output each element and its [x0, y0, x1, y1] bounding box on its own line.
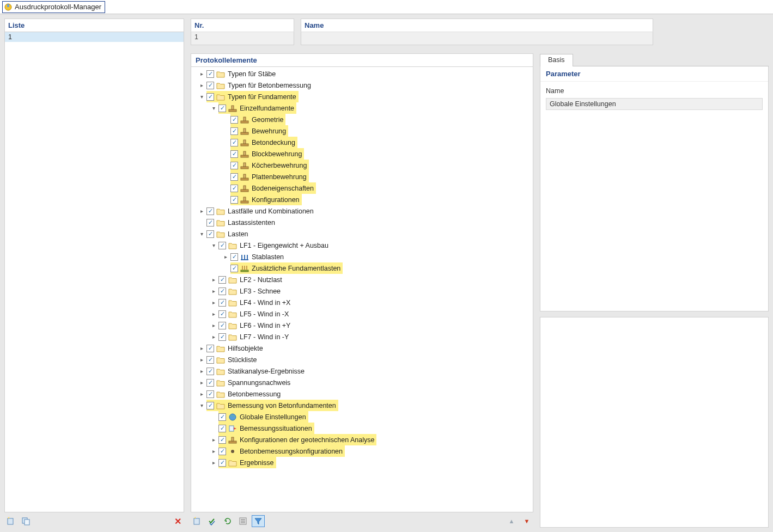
tree-view[interactable]: ▸✓Typen für Stäbe▸✓Typen für Betonbemess…	[191, 67, 533, 512]
tree-row[interactable]: ▸✓Köcherbewehrung	[193, 160, 533, 171]
tree-row[interactable]: ▸✓Bodeneigenschaften	[193, 182, 533, 194]
checkbox[interactable]: ✓	[218, 413, 226, 421]
chevron-right-icon[interactable]: ▸	[198, 368, 205, 375]
chevron-right-icon[interactable]: ▸	[210, 333, 217, 341]
tree-row[interactable]: ▾✓LF1 - Eigengewicht + Ausbau	[193, 240, 533, 251]
tree-row[interactable]: ▸✓LF5 - Wind in -X	[193, 308, 533, 320]
chevron-right-icon[interactable]: ▸	[210, 288, 217, 295]
chevron-right-icon[interactable]: ▸	[222, 253, 229, 261]
chevron-down-icon[interactable]: ▾	[210, 242, 217, 249]
checkbox[interactable]: ✓	[206, 356, 214, 364]
tree-row[interactable]: ▸✓Blockbewehrung	[193, 148, 533, 160]
tree-row[interactable]: ▾✓Typen für Fundamente	[193, 91, 533, 102]
checkbox[interactable]: ✓	[218, 242, 226, 249]
tree-row[interactable]: ▸✓Zusätzliche Fundamentlasten	[193, 262, 533, 274]
new-button[interactable]	[4, 515, 17, 527]
chevron-right-icon[interactable]: ▸	[198, 82, 205, 89]
tab-basis[interactable]: Basis	[540, 54, 573, 66]
chevron-right-icon[interactable]: ▸	[210, 448, 217, 455]
chevron-right-icon[interactable]: ▸	[210, 276, 217, 284]
checkbox[interactable]: ✓	[218, 322, 226, 329]
refresh-button[interactable]	[221, 515, 234, 527]
checkbox[interactable]: ✓	[230, 127, 238, 135]
checkbox[interactable]: ✓	[230, 185, 238, 192]
chevron-right-icon[interactable]: ▸	[198, 356, 205, 364]
checkbox[interactable]: ✓	[218, 436, 226, 444]
chevron-down-icon[interactable]: ▾	[198, 93, 205, 101]
checkbox[interactable]: ✓	[206, 402, 214, 409]
tree-row[interactable]: ▸✓Lastassistenten	[193, 217, 533, 228]
chevron-right-icon[interactable]: ▸	[198, 379, 205, 387]
chevron-right-icon[interactable]: ▸	[210, 310, 217, 318]
list-item[interactable]: 1	[5, 32, 184, 42]
tree-row[interactable]: ▸✓Ergebnisse	[193, 457, 533, 468]
tree-row[interactable]: ▾✓Einzelfundamente	[193, 102, 533, 114]
tree-row[interactable]: ▸✓Stückliste	[193, 354, 533, 365]
tree-row[interactable]: ▸✓Betondeckung	[193, 137, 533, 148]
name-input[interactable]	[301, 32, 653, 45]
checkbox[interactable]: ✓	[206, 368, 214, 375]
chevron-down-icon[interactable]: ▾	[198, 402, 205, 409]
parameter-name-value[interactable]: Globale Einstellungen	[546, 98, 763, 110]
tree-new-button[interactable]	[191, 515, 204, 527]
tree-row[interactable]: ▸✓Typen für Betonbemessung	[193, 80, 533, 91]
nr-input[interactable]: 1	[191, 32, 294, 45]
checkbox[interactable]: ✓	[218, 333, 226, 341]
tree-row[interactable]: ▸✓Lastfälle und Kombinationen	[193, 205, 533, 217]
tree-row[interactable]: ▸✓Typen für Stäbe	[193, 68, 533, 80]
tree-row[interactable]: ▸✓Bewehrung	[193, 125, 533, 137]
checkbox[interactable]: ✓	[218, 459, 226, 467]
tree-row[interactable]: ▸✓LF6 - Wind in +Y	[193, 320, 533, 331]
checkbox[interactable]: ✓	[230, 139, 238, 146]
tree-row[interactable]: ▸✓Statikanalyse-Ergebnisse	[193, 365, 533, 377]
filter-button[interactable]	[252, 515, 265, 527]
tree-row[interactable]: ▸✓LF7 - Wind in -Y	[193, 331, 533, 343]
checkbox[interactable]: ✓	[218, 448, 226, 455]
checkbox[interactable]: ✓	[230, 116, 238, 124]
tree-row[interactable]: ▸✓Globale Einstellungen	[193, 411, 533, 423]
chevron-right-icon[interactable]: ▸	[198, 390, 205, 398]
checkbox[interactable]: ✓	[206, 82, 214, 89]
chevron-down-icon[interactable]: ▾	[210, 105, 217, 112]
tree-row[interactable]: ▸✓Geometrie	[193, 114, 533, 125]
checkbox[interactable]: ✓	[206, 70, 214, 78]
checkbox[interactable]: ✓	[230, 150, 238, 158]
checkbox[interactable]: ✓	[230, 253, 238, 261]
checkbox[interactable]: ✓	[206, 93, 214, 101]
list-box[interactable]: 1	[4, 32, 184, 512]
tree-row[interactable]: ▸✓LF2 - Nutzlast	[193, 274, 533, 285]
move-down-button[interactable]: ▼	[520, 515, 533, 527]
checkbox[interactable]: ✓	[218, 276, 226, 284]
checkbox[interactable]: ✓	[206, 345, 214, 352]
tree-row[interactable]: ▸✓Hilfsobjekte	[193, 343, 533, 354]
tree-row[interactable]: ▾✓Lasten	[193, 228, 533, 240]
chevron-right-icon[interactable]: ▸	[198, 70, 205, 78]
tree-row[interactable]: ▸✓LF4 - Wind in +X	[193, 297, 533, 308]
tree-row[interactable]: ▾✓Bemessung von Betonfundamenten	[193, 400, 533, 411]
tree-row[interactable]: ▸✓LF3 - Schnee	[193, 285, 533, 297]
tree-row[interactable]: ▸✓Stablasten	[193, 251, 533, 262]
tree-row[interactable]: ▸✓Betonbemessung	[193, 388, 533, 400]
tree-row[interactable]: ▸✓Betonbemessungskonfigurationen	[193, 445, 533, 457]
checkbox[interactable]: ✓	[206, 207, 214, 215]
chevron-right-icon[interactable]: ▸	[198, 345, 205, 352]
checkbox[interactable]: ✓	[230, 265, 238, 272]
check-all-button[interactable]	[206, 515, 219, 527]
chevron-right-icon[interactable]: ▸	[210, 322, 217, 329]
checkbox[interactable]: ✓	[218, 288, 226, 295]
tree-row[interactable]: ▸✓Plattenbewehrung	[193, 171, 533, 182]
chevron-right-icon[interactable]: ▸	[198, 207, 205, 215]
checkbox[interactable]: ✓	[206, 230, 214, 238]
delete-button[interactable]: ✕	[171, 515, 184, 527]
tree-row[interactable]: ▸✓Konfigurationen	[193, 194, 533, 205]
tree-row[interactable]: ▸✓Bemessungssituationen	[193, 423, 533, 434]
list-icon-button[interactable]	[236, 515, 249, 527]
checkbox[interactable]: ✓	[206, 219, 214, 227]
checkbox[interactable]: ✓	[230, 173, 238, 181]
checkbox[interactable]: ✓	[230, 196, 238, 204]
checkbox[interactable]: ✓	[218, 105, 226, 112]
chevron-right-icon[interactable]: ▸	[210, 459, 217, 467]
checkbox[interactable]: ✓	[206, 379, 214, 387]
move-up-button[interactable]: ▲	[505, 515, 518, 527]
tree-row[interactable]: ▸✓Konfigurationen der geotechnischen Ana…	[193, 434, 533, 445]
